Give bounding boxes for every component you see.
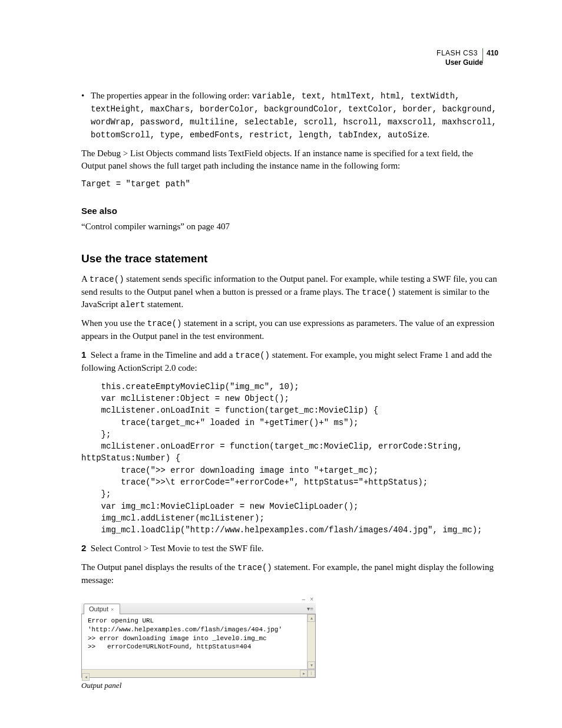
p1-text-d: statement. [145,299,183,309]
output-panel: – × Output× ▾≡ Error opening URL 'http:/… [81,595,316,678]
output-panel-figure: – × Output× ▾≡ Error opening URL 'http:/… [81,595,316,691]
step2-text: Select Control > Test Movie to test the … [91,543,264,553]
output-tab-label: Output [89,605,108,612]
target-code: Target = "target path" [81,178,498,190]
panel-body: Error opening URL 'http://www.helpexampl… [81,614,316,678]
panel-menu-icon[interactable]: ▾≡ [305,605,313,611]
trace-code-inline-3: trace() [147,319,182,328]
trace-code-inline-2: trace() [362,288,396,297]
actionscript-code-block: this.createEmptyMovieClip("img_mc", 10);… [81,381,498,536]
panel-titlebar: – × [81,595,316,603]
see-also-link[interactable]: “Control compiler warnings” on page 407 [81,220,498,233]
page: FLASH CS3 410 User Guide • The propertie… [0,0,562,728]
p3-text-a: The Output panel displays the results of… [81,562,237,572]
vertical-scrollbar[interactable]: ▴ ▾ [307,614,315,669]
step-1: 1 Select a frame in the Timeline and add… [81,348,498,374]
scroll-down-icon[interactable]: ▾ [308,661,315,669]
bullet-item: • The properties appear in the following… [81,90,498,141]
step-number-2: 2 [81,543,86,553]
tab-close-icon[interactable]: × [111,607,114,612]
p2-text-a: When you use the [81,318,147,328]
scroll-left-icon[interactable]: ◂ [82,673,90,681]
section-paragraph-2: When you use the trace() statement in a … [81,317,498,342]
product-name: FLASH CS3 [437,49,481,58]
running-header: FLASH CS3 410 User Guide [437,48,498,67]
scroll-up-icon[interactable]: ▴ [308,614,315,622]
guide-label: User Guide [437,58,498,67]
p1-text-a: A [81,274,90,284]
trace-code-inline: trace() [90,275,124,284]
section-paragraph-3: The Output panel displays the results of… [81,561,498,587]
section-heading: Use the trace statement [81,251,498,267]
alert-code-inline: alert [120,300,145,309]
output-tab[interactable]: Output× [84,604,120,615]
output-panel-text: Error opening URL 'http://www.helpexampl… [82,614,315,654]
scroll-right-icon[interactable]: ▸ [300,670,308,677]
bullet-lead-text: The properties appear in the following o… [91,91,252,100]
step-number-1: 1 [81,350,86,360]
trace-code-inline-4: trace() [235,351,270,360]
debug-paragraph: The Debug > List Objects command lists T… [81,147,498,173]
step-2: 2 Select Control > Test Movie to test th… [81,542,498,555]
page-number: 410 [487,49,498,58]
panel-tab-row: Output× ▾≡ [81,603,316,614]
horizontal-scrollbar[interactable]: ◂ ▸ ⁞ [82,669,315,677]
bullet-dot-icon: • [81,90,91,141]
main-content: • The properties appear in the following… [81,90,498,691]
trace-code-inline-5: trace() [237,563,272,572]
section-paragraph-1: A trace() statement sends specific infor… [81,273,498,312]
bullet-trail: . [427,130,429,139]
step1-text-a: Select a frame in the Timeline and add a [91,350,235,360]
see-also-heading: See also [81,205,498,217]
figure-caption: Output panel [81,680,316,691]
resize-grip-icon[interactable]: ⁞ [308,670,315,677]
